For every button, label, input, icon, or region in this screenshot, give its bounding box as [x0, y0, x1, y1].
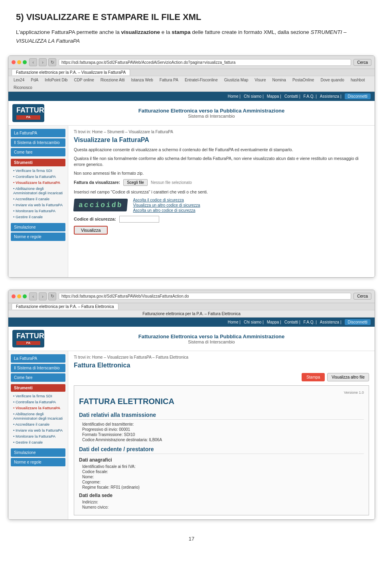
bookmark-nomina[interactable]: Nomina [270, 77, 288, 83]
sidebar-link-gestire-2[interactable]: Gestire il canale [11, 439, 65, 445]
site-logo-2: FATTURA PA [12, 330, 44, 348]
nav-assistenza[interactable]: Assistenza [320, 94, 342, 99]
disconnect-button-1[interactable]: Disconnetti [345, 93, 371, 99]
bookmark-posta[interactable]: PostaOnline [290, 77, 316, 83]
site-header-title-2: Fatturazione Elettronica verso la Pubbli… [52, 333, 371, 344]
maximize-icon[interactable] [23, 60, 27, 64]
maximize-icon-2[interactable] [23, 294, 27, 298]
sidebar-btn-comefare-1[interactable]: Come fare [11, 148, 65, 156]
breadcrumb-2: Ti trovi in: Home – Visualizzare la Fatt… [74, 355, 369, 359]
bookmark-pda[interactable]: PdA [29, 77, 40, 83]
captcha-link-visualizza[interactable]: Visualizza un altro codice di sicurezza [133, 203, 200, 207]
website-content-2: Home Chi siamo Mappa Contatti F.A.Q. Ass… [8, 318, 375, 520]
nav-chi-siamo-2[interactable]: Chi siamo [244, 320, 264, 324]
nav-faq[interactable]: F.A.Q. [304, 94, 317, 99]
minimize-icon-2[interactable] [17, 294, 21, 298]
security-input[interactable] [119, 216, 159, 223]
browser-tab-2[interactable]: Fatturazione elettronica per la P.A. – F… [12, 303, 118, 310]
stampa-button[interactable]: Stampa [302, 373, 325, 381]
nav-faq-2[interactable]: F.A.Q. [304, 320, 317, 324]
bookmark-visure[interactable]: Visure [253, 77, 268, 83]
bookmark-riconosco[interactable]: Riconosco [12, 85, 34, 90]
bookmark-lex24[interactable]: Lex24 [12, 77, 26, 83]
browser-tab-1[interactable]: Fatturazione elettronica per la P.A. – V… [12, 69, 130, 75]
sidebar-link-abilitazione-2[interactable]: Abilitazione degli Amministratori degli … [11, 411, 65, 421]
bookmark-giustizia[interactable]: Giustizia Map [222, 77, 251, 83]
forward-button[interactable]: › [39, 58, 47, 66]
sidebar-link-inviare-1[interactable]: Inviare via web la FatturaPA [11, 202, 65, 208]
address-bar-2[interactable] [59, 293, 351, 300]
nav-contatti[interactable]: Contatti [284, 94, 300, 99]
sidebar-link-firma-2[interactable]: Verificare la firma SDI [11, 393, 65, 399]
nav-contatti-2[interactable]: Contatti [284, 320, 300, 324]
bookmark-fattura[interactable]: Fattura PA [158, 77, 180, 83]
sidebar-link-inviare-2[interactable]: Inviare via web la FatturaPA [11, 427, 65, 433]
address-bar[interactable] [59, 59, 351, 66]
sidebar-link-gestire-1[interactable]: Gestire il canale [11, 214, 65, 220]
field-codice-amm: Codice Amministrazione destinataria: ILB… [79, 438, 364, 442]
bookmark-infopoint[interactable]: InfoPoint Dib [43, 77, 69, 83]
window-controls [12, 60, 27, 64]
sidebar-link-visualizzare-1[interactable]: Visualizzare la FatturaPA [11, 180, 65, 185]
browser-window-1: ‹ › ↻ Cerca Fatturazione elettronica per… [8, 55, 375, 278]
sidebar-link-monitorare-2[interactable]: Monitorare la FatturaPA [11, 433, 65, 439]
sidebar-btn-sistema-2[interactable]: Il Sistema di Interscambio [11, 364, 65, 372]
forward-button-2[interactable]: › [39, 292, 47, 300]
nav-home[interactable]: Home [228, 94, 241, 99]
nav-assistenza-2[interactable]: Assistenza [320, 320, 342, 324]
captcha-link-ascolta-altro[interactable]: Ascolta un altro codice di sicurezza [133, 208, 200, 213]
sidebar-link-visualizzare-2[interactable]: Visualizzare la FatturaPA [11, 405, 65, 411]
sidebar-link-monitorare-1[interactable]: Monitorare la FatturaPA [11, 208, 65, 214]
sidebar-link-accreditare-2[interactable]: Accreditare il canale [11, 421, 65, 427]
back-button[interactable]: ‹ [29, 58, 37, 66]
disconnect-button-2[interactable]: Disconnetti [345, 319, 371, 325]
sidebar-btn-norme-1[interactable]: Norme e regole [11, 233, 65, 241]
sidebar-link-controllare-2[interactable]: Controllare la FatturaPA [11, 399, 65, 405]
refresh-button-2[interactable]: ↻ [48, 292, 56, 300]
fattura-content-title: Fattura Elettronica [74, 362, 369, 369]
breadcrumb-1: Ti trovi in: Home – Strumenti – Visualiz… [74, 130, 369, 134]
nav-mappa-2[interactable]: Mappa [267, 320, 281, 324]
sidebar-btn-fatturapa-1[interactable]: La FatturaPA [11, 129, 65, 137]
captcha-link-ascolta[interactable]: Ascolta il codice di sicurezza [133, 198, 200, 202]
close-icon-2[interactable] [12, 294, 16, 298]
sidebar-link-abilitazione-1[interactable]: Abilitazione degli Amministratori degli … [11, 185, 65, 196]
bookmark-hashbot[interactable]: hashbot [349, 77, 367, 83]
bookmark-dove[interactable]: Dove quando [318, 77, 346, 83]
browser-search-button-2[interactable]: Cerca [353, 293, 371, 300]
bookmark-ricezione[interactable]: Ricezione Atti [99, 77, 127, 83]
sidebar-btn-fatturapa-2[interactable]: La FatturaPA [11, 354, 65, 363]
bookmark-entratel[interactable]: Entratel-Fisconline [183, 77, 220, 83]
minimize-icon[interactable] [17, 60, 21, 64]
security-row: Codice di sicurezza: [74, 216, 369, 223]
close-icon[interactable] [12, 60, 16, 64]
site-header-nav: Home Chi siamo Mappa Contatti F.A.Q. Ass… [8, 92, 375, 101]
window-controls-2 [12, 294, 27, 298]
bookmark-istanza[interactable]: Istanza Web [129, 77, 155, 83]
sidebar-btn-simulazione-1[interactable]: Simulazione [11, 223, 65, 231]
nav-home-2[interactable]: Home [228, 320, 241, 324]
field-regime-fiscale: Regime fiscale: RF01 (ordinario) [79, 485, 364, 489]
sidebar-link-controllare-1[interactable]: Controllare la FatturaPA [11, 174, 65, 180]
sidebar-section-strumenti-1[interactable]: Strumenti [11, 159, 65, 166]
nav-mappa[interactable]: Mappa [267, 94, 281, 99]
sidebar-link-firma-1[interactable]: Verificare la firma SDI [11, 168, 65, 174]
sidebar-2: La FatturaPA Il Sistema di Interscambio … [8, 351, 68, 519]
visualizza-altro-button[interactable]: Visualizza altro file [327, 373, 369, 381]
sidebar-btn-comefare-2[interactable]: Come fare [11, 373, 65, 382]
choose-file-button[interactable]: Scegli file [123, 179, 148, 186]
sidebar-link-accreditare-1[interactable]: Accreditare il canale [11, 196, 65, 202]
sidebar-btn-norme-2[interactable]: Norme e regole [11, 458, 65, 466]
fattura-actions: Stampa Visualizza altro file [74, 373, 369, 381]
browser-search-button[interactable]: Cerca [353, 59, 371, 66]
sidebar-btn-simulazione-2[interactable]: Simulazione [11, 448, 65, 457]
visualizza-button[interactable]: Visualizza [74, 226, 108, 235]
field-trasmittente: Identificativo del trasmittente: [79, 422, 364, 426]
sidebar-btn-sistema-1[interactable]: Il Sistema di Interscambio [11, 138, 65, 147]
site-header-title-1: Fatturazione Elettronica verso la Pubbli… [52, 108, 371, 118]
bookmark-cdp[interactable]: CDP online [72, 77, 96, 83]
nav-chi-siamo[interactable]: Chi siamo [244, 94, 264, 99]
sidebar-section-strumenti-2[interactable]: Strumenti [11, 384, 65, 392]
back-button-2[interactable]: ‹ [29, 292, 37, 300]
refresh-button[interactable]: ↻ [48, 58, 56, 66]
